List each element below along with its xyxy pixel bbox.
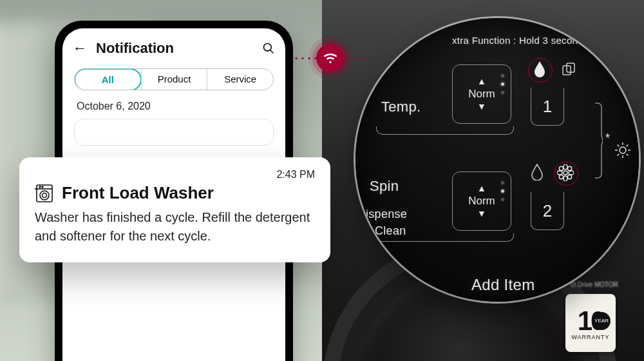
- svg-point-18: [40, 191, 49, 200]
- svg-point-12: [264, 44, 272, 52]
- extra-function-label: xtra Function : Hold 3 seconds: [452, 35, 589, 46]
- warranty-badge: 10 YEAR WARRANTY: [565, 294, 616, 352]
- svg-point-6: [569, 171, 574, 175]
- svg-point-7: [559, 166, 563, 170]
- filter-tabs: All Product Service: [74, 68, 274, 90]
- notification-date: October 6, 2020: [62, 99, 285, 119]
- copy-icon: [562, 62, 576, 76]
- temp-label: Temp.: [381, 99, 421, 115]
- svg-point-10: [567, 175, 571, 179]
- water-drop-icon: [533, 61, 546, 77]
- svg-point-5: [557, 171, 562, 175]
- dispense-label: ispense: [366, 208, 407, 221]
- flower-icon: [557, 164, 574, 181]
- svg-point-17: [42, 186, 43, 188]
- notification-title: Front Load Washer: [62, 183, 214, 203]
- tab-service[interactable]: Service: [207, 69, 273, 90]
- page-title: Notification: [96, 40, 253, 57]
- svg-point-11: [620, 147, 626, 153]
- control-panel-zoom: xtra Function : Hold 3 seconds Temp. ▲ N…: [355, 18, 639, 302]
- svg-point-9: [559, 175, 563, 179]
- spin-label: Spin: [370, 178, 399, 195]
- notification-body: Washer has finished a cycle. Refill the …: [35, 208, 315, 246]
- svg-line-13: [270, 50, 274, 54]
- gear-icon[interactable]: [614, 142, 631, 159]
- notification-card-peek: [74, 119, 274, 146]
- wifi-link: [293, 45, 367, 71]
- back-arrow-icon[interactable]: ←: [73, 41, 87, 55]
- tray-1[interactable]: 1: [531, 88, 564, 126]
- wifi-icon: [316, 44, 345, 72]
- search-icon[interactable]: [262, 42, 275, 55]
- svg-point-19: [43, 193, 47, 197]
- direct-drive-badge: ct Drive MOTOR: [571, 281, 618, 289]
- svg-point-4: [564, 176, 567, 181]
- spin-selector[interactable]: ▲ Norm ▼: [452, 171, 511, 231]
- asterisk-icon: *: [605, 132, 610, 145]
- temp-selector[interactable]: ▲ Norm ▼: [452, 64, 511, 124]
- tab-all[interactable]: All: [74, 68, 142, 90]
- svg-point-2: [564, 171, 567, 175]
- svg-point-3: [564, 164, 567, 170]
- water-drop-icon-2: [531, 164, 544, 180]
- svg-point-8: [567, 166, 571, 170]
- washer-icon: [35, 184, 54, 203]
- add-item-label[interactable]: Add Item: [471, 276, 535, 294]
- notification-time: 2:43 PM: [35, 169, 315, 180]
- notification-popup[interactable]: 2:43 PM Front Load Washer Washer has fin…: [19, 157, 330, 262]
- tray-2[interactable]: 2: [531, 192, 564, 230]
- tab-product[interactable]: Product: [141, 69, 207, 90]
- svg-point-16: [39, 186, 41, 188]
